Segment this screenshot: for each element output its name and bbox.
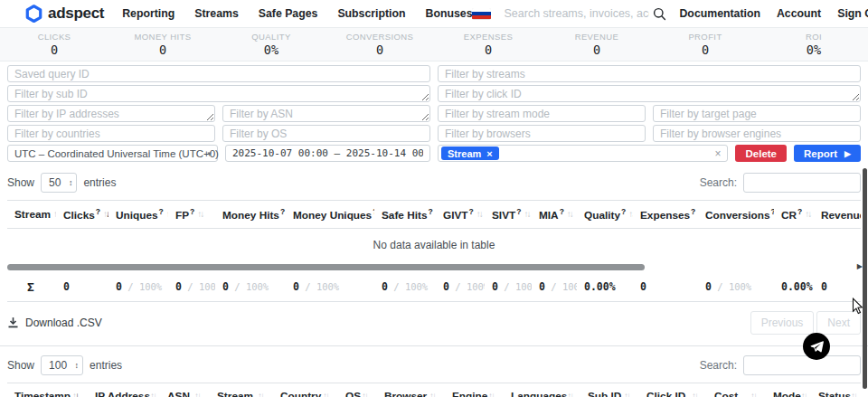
nav-link-account[interactable]: Account bbox=[777, 7, 821, 20]
sort-icon: ↑↓ bbox=[197, 209, 203, 219]
previous-button[interactable]: Previous bbox=[750, 311, 815, 335]
column-header-ip-address[interactable]: IP Address↑↓ bbox=[88, 383, 160, 397]
table-row: No data available in table bbox=[7, 228, 861, 262]
summary-cell: 0 / 100% bbox=[108, 273, 168, 302]
browser-engines-filter[interactable] bbox=[653, 125, 861, 142]
column-header-country[interactable]: Country↑↓ bbox=[273, 383, 338, 397]
search-icon[interactable] bbox=[653, 7, 666, 21]
summary-cell: 0 / 100% bbox=[374, 273, 436, 302]
sort-icon: ↑↓ bbox=[624, 391, 629, 397]
column-header-revenue[interactable]: Revenue?↑↓ bbox=[814, 201, 861, 229]
sort-icon: ↑↓ bbox=[150, 391, 156, 397]
nav-item-reporting[interactable]: Reporting bbox=[122, 7, 175, 20]
sort-icon: ↑↓ bbox=[851, 391, 856, 397]
updown-icon: ↕ bbox=[75, 361, 80, 370]
column-header-engine[interactable]: Engine↑↓ bbox=[445, 383, 504, 397]
sort-icon: ↑↓ bbox=[72, 391, 78, 397]
column-header-click-id[interactable]: Click ID↑↓ bbox=[639, 383, 707, 397]
summary-row: Σ00 / 100%0 / 100%0 / 100%0 / 100%0 / 10… bbox=[7, 273, 861, 302]
sort-icon: ↑↓ bbox=[805, 209, 810, 219]
browsers-filter[interactable] bbox=[438, 125, 646, 142]
sort-icon: ↑↓ bbox=[166, 209, 168, 219]
column-header-conversions[interactable]: Conversions?↑↓ bbox=[698, 201, 774, 229]
delete-button[interactable]: Delete bbox=[735, 145, 787, 162]
global-search-input[interactable] bbox=[504, 7, 649, 20]
sort-icon: ↑↓ bbox=[362, 391, 367, 397]
nav-link-documentation[interactable]: Documentation bbox=[679, 7, 760, 20]
os-filter[interactable] bbox=[222, 125, 430, 142]
summary-cell: 0 / 100% bbox=[215, 273, 286, 302]
show-label: Show bbox=[7, 359, 34, 372]
streams-filter[interactable] bbox=[438, 65, 861, 82]
summary-cell: 0 / 100% bbox=[485, 273, 532, 302]
entries-label: entries bbox=[83, 176, 116, 189]
page-size-select[interactable]: 50 ↕ bbox=[41, 173, 77, 193]
language-flag-icon[interactable] bbox=[472, 8, 491, 20]
nav-item-bonuses[interactable]: Bonuses bbox=[426, 7, 473, 20]
asn-filter[interactable] bbox=[222, 105, 430, 122]
summary-cell: 0 bbox=[814, 273, 861, 302]
column-header-status[interactable]: Status↑↓ bbox=[811, 383, 861, 397]
download-csv-link[interactable]: Download .CSV bbox=[7, 317, 102, 329]
stat-conversions: CONVERSIONS0 bbox=[326, 32, 434, 61]
column-header-expenses[interactable]: Expenses?↑↓ bbox=[633, 201, 698, 229]
log-table-header-row: Timestamp↑↓IP Address↑↓ASN↑↓Stream↑↓Coun… bbox=[7, 383, 861, 397]
telegram-button[interactable] bbox=[803, 333, 830, 360]
horizontal-scrollbar[interactable]: ▶ bbox=[7, 262, 861, 273]
clear-groups-icon[interactable]: × bbox=[714, 147, 721, 160]
column-header-givt[interactable]: GIVT?↑↓ bbox=[436, 201, 485, 229]
column-header-money-uniques[interactable]: Money Uniques?↑↓ bbox=[286, 201, 374, 229]
nav-link-sign-out[interactable]: Sign Out bbox=[837, 7, 868, 20]
column-header-os[interactable]: OS↑↓ bbox=[338, 383, 377, 397]
nav-item-streams[interactable]: Streams bbox=[194, 7, 239, 20]
column-header-money-hits[interactable]: Money Hits?↑↓ bbox=[215, 201, 286, 229]
vertical-scrollbar[interactable] bbox=[863, 168, 867, 389]
log-page-size-select[interactable]: 100 ↕ bbox=[41, 355, 83, 375]
countries-filter[interactable] bbox=[7, 125, 215, 142]
date-range-input[interactable] bbox=[225, 145, 430, 162]
column-header-uniques[interactable]: Uniques?↑↓ bbox=[108, 201, 168, 229]
timezone-select[interactable]: UTC – Coordinated Universal Time (UTC+0)… bbox=[7, 145, 218, 162]
group-tag-stream[interactable]: Stream × bbox=[441, 147, 499, 160]
stats-bar: CLICKS0 MONEY HITS0 QUALITY0% CONVERSION… bbox=[0, 28, 868, 61]
sub-id-filter[interactable] bbox=[7, 85, 430, 102]
column-header-stream[interactable]: Stream↑↓ bbox=[210, 383, 273, 397]
report-button[interactable]: Report ▶ bbox=[794, 145, 861, 162]
column-header-cr[interactable]: CR?↑↓ bbox=[774, 201, 814, 229]
column-header-mode[interactable]: Mode↑↓ bbox=[766, 383, 811, 397]
main-table-header-row: Stream↑↓Clicks?↑↓Uniques?↑↓FP?↑↓Money Hi… bbox=[7, 201, 861, 229]
column-header-clicks[interactable]: Clicks?↑↓ bbox=[56, 201, 108, 229]
remove-tag-icon[interactable]: × bbox=[486, 148, 492, 159]
column-header-asn[interactable]: ASN↑↓ bbox=[160, 383, 210, 397]
nav-item-safe-pages[interactable]: Safe Pages bbox=[259, 7, 318, 20]
column-header-mia[interactable]: MIA?↑↓ bbox=[532, 201, 577, 229]
column-header-cost[interactable]: Cost↑↓ bbox=[707, 383, 766, 397]
ip-filter[interactable] bbox=[7, 105, 215, 122]
adspect-logo[interactable]: adspect bbox=[25, 5, 104, 24]
nav-item-subscription[interactable]: Subscription bbox=[337, 7, 405, 20]
empty-table-message: No data available in table bbox=[7, 228, 861, 262]
target-page-filter[interactable] bbox=[653, 105, 861, 122]
main-table-controls: Show 50 ↕ entries Search: bbox=[0, 165, 868, 200]
filter-panel: UTC – Coordinated Universal Time (UTC+0)… bbox=[0, 61, 868, 165]
column-header-fp[interactable]: FP?↑↓ bbox=[168, 201, 215, 229]
column-header-sub-id[interactable]: Sub ID↑↓ bbox=[580, 383, 639, 397]
next-button[interactable]: Next bbox=[816, 311, 861, 335]
column-header-sivt[interactable]: SIVT?↑↓ bbox=[485, 201, 532, 229]
column-header-safe-hits[interactable]: Safe Hits?↑↓ bbox=[374, 201, 436, 229]
saved-query-input[interactable] bbox=[7, 65, 430, 82]
column-header-quality[interactable]: Quality?↑↓ bbox=[577, 201, 633, 229]
column-header-stream[interactable]: Stream↑↓ bbox=[7, 201, 56, 229]
horizontal-scrollbar-thumb[interactable] bbox=[7, 264, 645, 270]
log-search-input[interactable] bbox=[743, 355, 861, 375]
group-by-input[interactable]: Stream × × bbox=[438, 145, 728, 162]
click-id-filter[interactable] bbox=[438, 85, 861, 102]
table-search-input[interactable] bbox=[743, 173, 861, 193]
summary-cell: 0 / 100% bbox=[698, 273, 774, 302]
column-header-timestamp[interactable]: Timestamp↑↓ bbox=[7, 383, 88, 397]
column-header-languages[interactable]: Languages↑↓ bbox=[504, 383, 580, 397]
stat-profit: PROFIT0 bbox=[651, 32, 760, 61]
sort-icon: ↑↓ bbox=[258, 391, 263, 397]
stream-mode-filter[interactable] bbox=[438, 105, 646, 122]
column-header-browser[interactable]: Browser↑↓ bbox=[377, 383, 445, 397]
